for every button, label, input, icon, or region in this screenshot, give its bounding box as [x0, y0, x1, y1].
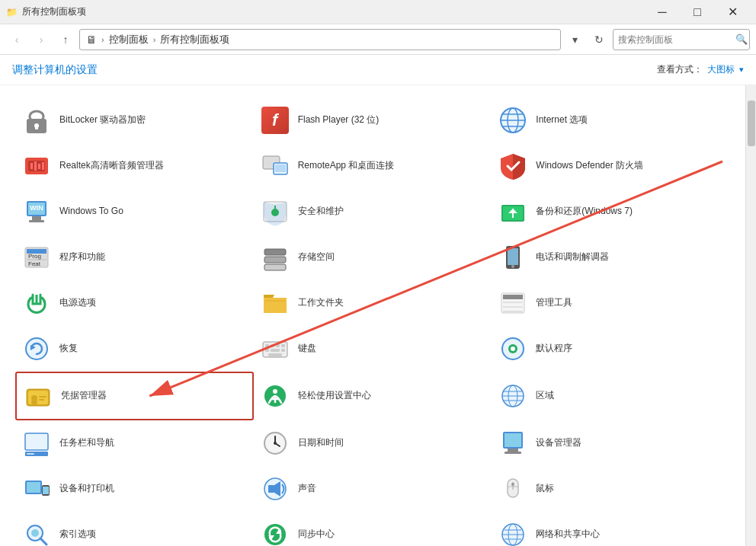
grid-item-devices[interactable]: 设备和打印机: [15, 466, 254, 512]
svg-rect-55: [271, 349, 280, 352]
svg-rect-64: [31, 401, 37, 404]
svg-rect-84: [505, 433, 521, 447]
close-button[interactable]: ✕: [715, 0, 750, 24]
refresh-button[interactable]: ↻: [588, 29, 610, 50]
view-current[interactable]: 大图标: [707, 63, 735, 76]
label-easyaccess: 轻松使用设置中心: [298, 390, 371, 402]
grid-item-workfolder[interactable]: 工作文件夹: [254, 280, 492, 326]
svg-rect-13: [38, 164, 40, 169]
grid-item-security[interactable]: 安全和维护: [254, 189, 492, 235]
label-programs: 程序和功能: [59, 251, 105, 263]
view-label: 查看方式：: [657, 63, 703, 76]
svg-point-63: [31, 395, 37, 401]
svg-rect-14: [42, 162, 44, 170]
forward-button[interactable]: ›: [30, 29, 52, 50]
scrollbar[interactable]: [745, 85, 756, 546]
label-power: 电源选项: [59, 297, 96, 309]
svg-rect-41: [265, 300, 285, 302]
icon-backup: [498, 196, 528, 227]
svg-text:Prog: Prog: [28, 253, 41, 260]
address-path[interactable]: 🖥 › 控制面板 › 所有控制面板项: [79, 29, 561, 50]
grid-item-datetime[interactable]: 日期和时间: [254, 420, 492, 466]
svg-point-24: [271, 209, 279, 216]
icon-internet: [498, 105, 528, 136]
search-input[interactable]: [618, 34, 732, 45]
grid-item-manage[interactable]: 管理工具: [492, 280, 730, 326]
search-box[interactable]: 🔍: [613, 29, 750, 50]
svg-rect-66: [39, 399, 44, 401]
grid-item-easyaccess[interactable]: 轻松使用设置中心: [254, 372, 492, 420]
svg-rect-52: [276, 344, 280, 347]
grid-item-recovery[interactable]: 恢复: [15, 326, 254, 372]
search-icon: 🔍: [735, 34, 748, 45]
minimize-button[interactable]: ─: [645, 0, 680, 24]
grid-item-devicemgr[interactable]: 设备管理器: [492, 420, 730, 466]
grid-item-programs[interactable]: ProgFeat 程序和功能: [15, 235, 254, 280]
grid-item-keyboard[interactable]: 键盘: [254, 326, 492, 372]
label-network: 网络和共享中心: [536, 528, 600, 541]
title-bar-controls: ─ □ ✕: [645, 0, 750, 24]
grid-item-remoteapp[interactable]: RemoteApp 和桌面连接: [254, 143, 492, 189]
label-bitlocker: BitLocker 驱动器加密: [59, 114, 146, 126]
grid-item-sync[interactable]: 同步中心: [254, 512, 492, 546]
grid-item-network[interactable]: 网络和共享中心: [492, 512, 730, 546]
svg-rect-11: [30, 163, 33, 169]
grid-item-windowstogo[interactable]: WIN Windows To Go: [15, 189, 254, 235]
icon-credential: [23, 381, 53, 411]
svg-rect-53: [281, 344, 285, 347]
grid-item-region[interactable]: 区域: [492, 372, 730, 420]
svg-rect-34: [264, 249, 286, 255]
icon-indexing: [21, 519, 52, 546]
grid-item-sound[interactable]: 声音: [254, 466, 492, 512]
svg-rect-12: [34, 161, 37, 171]
grid-item-realtek[interactable]: Realtek高清晰音频管理器: [15, 143, 254, 189]
icon-power: [21, 288, 52, 318]
grid-item-flash[interactable]: f Flash Player (32 位): [254, 97, 492, 143]
grid-item-phone[interactable]: 电话和调制解调器: [492, 235, 730, 280]
svg-point-47: [26, 338, 47, 359]
icon-region: [498, 381, 528, 411]
svg-rect-90: [43, 487, 49, 494]
label-flash: Flash Player (32 位): [298, 114, 380, 126]
label-devicemgr: 设备管理器: [536, 437, 581, 449]
grid-item-power[interactable]: 电源选项: [15, 280, 254, 326]
items-grid: BitLocker 驱动器加密 f Flash Player (32 位) In…: [15, 97, 730, 546]
svg-rect-76: [25, 433, 48, 450]
svg-point-39: [511, 265, 514, 268]
label-sync: 同步中心: [298, 528, 335, 541]
svg-point-97: [511, 483, 514, 486]
up-button[interactable]: ↑: [55, 29, 76, 50]
icon-defaults: [498, 334, 528, 364]
scrollbar-thumb[interactable]: [748, 101, 755, 146]
svg-rect-36: [264, 264, 286, 270]
grid-item-indexing[interactable]: 索引选项: [15, 512, 254, 546]
svg-rect-65: [39, 396, 46, 398]
view-dropdown-icon[interactable]: ▾: [739, 65, 744, 75]
label-manage: 管理工具: [536, 297, 572, 309]
grid-item-mouse[interactable]: 鼠标: [492, 466, 730, 512]
grid-item-storage[interactable]: 存储空间: [254, 235, 492, 280]
path-separator-2: ›: [153, 35, 156, 44]
back-button[interactable]: ‹: [6, 29, 27, 50]
grid-item-defaults[interactable]: 默认程序: [492, 326, 730, 372]
label-security: 安全和维护: [298, 206, 344, 218]
grid-item-defender[interactable]: Windows Defender 防火墙: [492, 143, 730, 189]
grid-item-bitlocker[interactable]: BitLocker 驱动器加密: [15, 97, 254, 143]
dropdown-button[interactable]: ▾: [564, 29, 585, 50]
svg-rect-3: [35, 126, 38, 129]
maximize-button[interactable]: □: [680, 0, 715, 24]
svg-point-82: [274, 442, 277, 445]
icon-phone: [498, 242, 528, 273]
icon-sync: [260, 519, 290, 546]
svg-rect-50: [265, 344, 269, 347]
address-bar: ‹ › ↑ 🖥 › 控制面板 › 所有控制面板项 ▾ ↻ 🔍: [0, 24, 756, 55]
page-title: 调整计算机的设置: [12, 63, 98, 77]
svg-point-99: [31, 529, 39, 537]
grid-item-internet[interactable]: Internet 选项: [492, 97, 730, 143]
label-phone: 电话和调制解调器: [536, 251, 609, 263]
path-separator-1: ›: [101, 35, 104, 44]
grid-item-backup[interactable]: 备份和还原(Windows 7): [492, 189, 730, 235]
grid-item-taskbar[interactable]: 任务栏和导航: [15, 420, 254, 466]
grid-item-credential[interactable]: 凭据管理器: [15, 372, 254, 420]
label-mouse: 鼠标: [536, 483, 554, 495]
